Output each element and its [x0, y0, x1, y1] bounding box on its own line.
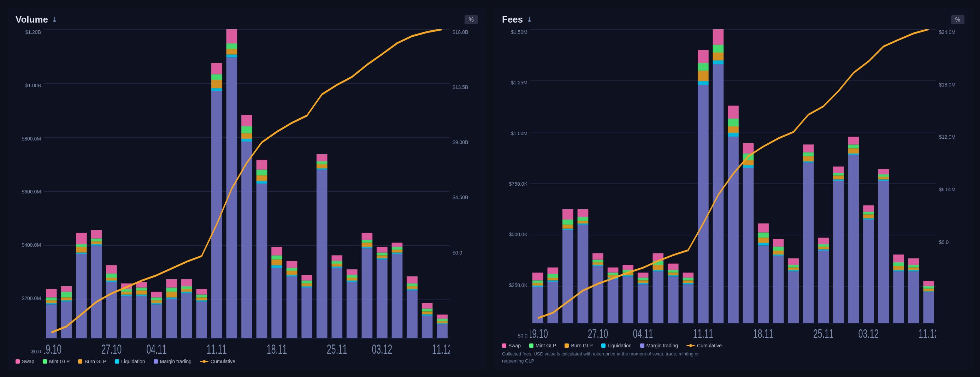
svg-rect-34: [121, 292, 132, 295]
svg-rect-197: [652, 271, 663, 323]
fees-pct-button[interactable]: %: [951, 15, 964, 24]
svg-rect-288: [923, 291, 934, 292]
svg-rect-14: [61, 298, 72, 300]
margin-color-dot: [154, 360, 158, 364]
svg-rect-90: [286, 268, 298, 271]
volume-chart-title: Volume ⤓: [16, 14, 57, 25]
svg-rect-9: [46, 300, 57, 303]
svg-rect-215: [698, 63, 709, 71]
svg-rect-290: [923, 286, 934, 288]
svg-rect-121: [377, 247, 388, 252]
svg-rect-11: [46, 289, 57, 298]
swap-color-dot: [16, 360, 20, 364]
svg-rect-119: [377, 255, 388, 258]
svg-rect-106: [332, 255, 343, 261]
svg-rect-37: [136, 296, 147, 338]
svg-rect-264: [848, 148, 859, 154]
svg-rect-91: [286, 261, 298, 268]
svg-rect-140: [437, 319, 448, 321]
svg-rect-126: [392, 243, 403, 247]
y-axis-label: $1.25M: [511, 80, 527, 86]
fees-legend-liquidation-label: Liquidation: [608, 343, 632, 348]
svg-rect-63: [211, 88, 222, 91]
svg-rect-161: [532, 272, 543, 280]
svg-rect-238: [773, 255, 784, 256]
svg-rect-281: [893, 255, 904, 262]
svg-rect-16: [61, 286, 72, 292]
volume-download-icon[interactable]: ⤓: [52, 16, 57, 24]
svg-rect-86: [271, 247, 282, 255]
svg-rect-51: [166, 279, 177, 288]
svg-rect-27: [106, 282, 117, 338]
svg-rect-44: [151, 300, 162, 303]
svg-rect-268: [863, 218, 874, 220]
svg-text:19.10: 19.10: [530, 327, 548, 339]
y-axis-label: $400.0M: [22, 242, 41, 248]
svg-rect-118: [377, 258, 388, 260]
svg-rect-84: [271, 260, 282, 265]
svg-rect-208: [683, 283, 694, 285]
svg-rect-181: [592, 253, 603, 260]
svg-rect-271: [863, 206, 874, 212]
svg-rect-71: [226, 29, 237, 43]
svg-rect-76: [241, 115, 252, 127]
cumulative-line-indicator: [200, 361, 208, 362]
svg-rect-224: [728, 127, 739, 133]
volume-pct-button[interactable]: %: [465, 15, 478, 24]
svg-rect-210: [683, 278, 694, 280]
svg-rect-114: [362, 243, 373, 247]
svg-rect-269: [863, 214, 874, 218]
volume-legend-liquidation: Liquidation: [115, 359, 145, 364]
svg-rect-192: [638, 284, 649, 323]
svg-rect-286: [908, 258, 919, 265]
svg-rect-284: [908, 268, 919, 270]
svg-rect-116: [362, 233, 373, 240]
svg-rect-185: [608, 272, 619, 275]
svg-rect-131: [407, 276, 418, 284]
mint-color-dot: [43, 360, 47, 364]
svg-rect-66: [211, 63, 222, 74]
svg-rect-97: [317, 170, 328, 338]
svg-rect-220: [713, 45, 724, 52]
svg-rect-55: [181, 286, 192, 289]
svg-rect-222: [728, 136, 739, 323]
svg-rect-182: [608, 279, 619, 323]
svg-rect-177: [592, 266, 603, 323]
svg-rect-277: [893, 271, 904, 323]
svg-rect-169: [562, 225, 573, 229]
fees-note: Collected fees. USD value is calculated …: [502, 350, 714, 364]
svg-rect-163: [547, 280, 558, 282]
volume-chart-main: 19.1027.1004.1111.1118.1125.1103.1211.12: [44, 29, 450, 355]
fees-burn-dot: [565, 344, 569, 348]
svg-rect-138: [437, 323, 448, 324]
svg-rect-241: [773, 239, 784, 247]
svg-rect-228: [743, 165, 754, 168]
svg-rect-137: [437, 324, 448, 338]
volume-chart-panel: Volume ⤓ % $1.20B$1.00B$800.0M$600.0M$40…: [7, 7, 487, 370]
svg-rect-18: [76, 252, 87, 254]
fees-download-icon[interactable]: ⤓: [527, 16, 532, 24]
svg-rect-256: [818, 238, 829, 244]
fees-cumulative-indicator: [686, 345, 695, 346]
svg-rect-48: [166, 298, 177, 299]
svg-rect-191: [622, 265, 633, 270]
svg-text:27.10: 27.10: [102, 342, 122, 355]
svg-rect-289: [923, 289, 934, 291]
svg-rect-40: [136, 288, 147, 290]
y-axis-label: $12.0M: [939, 134, 956, 140]
svg-rect-257: [833, 181, 844, 323]
fees-swap-dot: [502, 344, 506, 348]
liquidation-color-dot: [115, 360, 119, 364]
svg-rect-43: [151, 303, 162, 305]
svg-rect-158: [532, 285, 543, 287]
svg-rect-253: [818, 249, 829, 250]
svg-rect-60: [196, 295, 207, 298]
svg-rect-219: [713, 52, 724, 60]
svg-rect-83: [271, 265, 282, 268]
svg-rect-17: [76, 254, 87, 338]
y-axis-label: $1.20B: [25, 29, 41, 35]
volume-legend-burn-label: Burn GLP: [84, 359, 106, 364]
y-axis-label: $18.0M: [939, 82, 956, 87]
svg-rect-188: [622, 275, 633, 277]
svg-rect-120: [377, 252, 388, 255]
